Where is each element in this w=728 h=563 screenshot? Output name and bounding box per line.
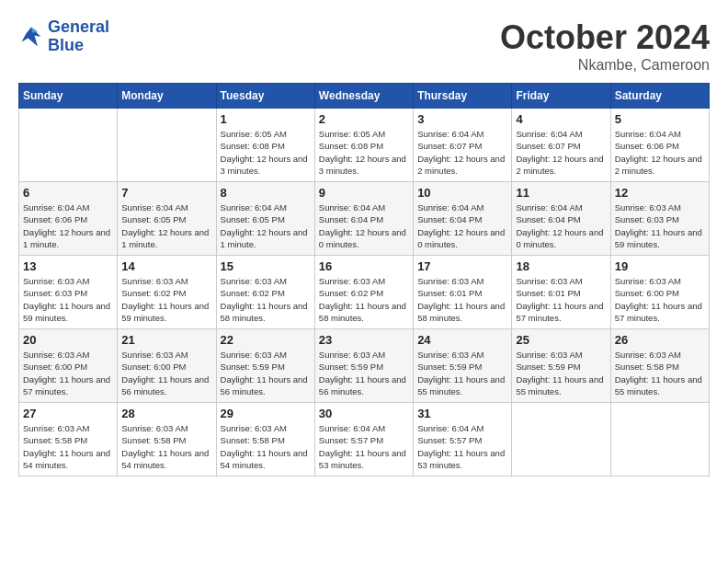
logo-text-line2: Blue	[48, 37, 109, 55]
calendar-cell: 14Sunrise: 6:03 AM Sunset: 6:02 PM Dayli…	[118, 256, 216, 329]
svg-marker-0	[22, 27, 41, 46]
logo-text-line1: General	[48, 18, 109, 37]
day-info: Sunrise: 6:03 AM Sunset: 6:01 PM Dayligh…	[516, 275, 606, 324]
weekday-header-wednesday: Wednesday	[314, 84, 413, 109]
day-number: 27	[23, 407, 113, 420]
day-number: 19	[615, 259, 705, 273]
location-title: Nkambe, Cameroon	[500, 57, 710, 74]
day-number: 2	[319, 112, 409, 126]
day-number: 14	[121, 259, 211, 273]
calendar-cell: 7Sunrise: 6:04 AM Sunset: 6:05 PM Daylig…	[118, 182, 216, 256]
day-info: Sunrise: 6:03 AM Sunset: 6:00 PM Dayligh…	[121, 349, 211, 397]
day-info: Sunrise: 6:04 AM Sunset: 5:57 PM Dayligh…	[417, 422, 507, 471]
day-number: 1	[221, 112, 311, 126]
day-number: 11	[516, 186, 606, 200]
day-number: 31	[417, 407, 507, 420]
calendar-table: SundayMondayTuesdayWednesdayThursdayFrid…	[18, 83, 710, 477]
calendar-cell	[118, 109, 216, 182]
day-number: 3	[417, 112, 507, 126]
logo: General Blue	[18, 18, 109, 55]
day-info: Sunrise: 6:03 AM Sunset: 5:58 PM Dayligh…	[23, 422, 113, 471]
calendar-cell: 22Sunrise: 6:03 AM Sunset: 5:59 PM Dayli…	[216, 329, 314, 403]
calendar-cell: 27Sunrise: 6:03 AM Sunset: 5:58 PM Dayli…	[19, 403, 118, 477]
calendar-cell: 5Sunrise: 6:04 AM Sunset: 6:06 PM Daylig…	[610, 109, 709, 182]
calendar-cell: 30Sunrise: 6:04 AM Sunset: 5:57 PM Dayli…	[314, 403, 413, 477]
month-title: October 2024	[500, 18, 710, 57]
title-block: October 2024 Nkambe, Cameroon	[500, 18, 710, 74]
day-number: 21	[121, 333, 211, 347]
day-info: Sunrise: 6:03 AM Sunset: 5:59 PM Dayligh…	[417, 349, 507, 397]
day-number: 16	[319, 259, 409, 273]
weekday-header-monday: Monday	[118, 84, 216, 109]
calendar-cell: 18Sunrise: 6:03 AM Sunset: 6:01 PM Dayli…	[512, 256, 610, 329]
day-number: 18	[516, 259, 606, 273]
calendar-cell: 21Sunrise: 6:03 AM Sunset: 6:00 PM Dayli…	[118, 329, 216, 403]
calendar-cell: 6Sunrise: 6:04 AM Sunset: 6:06 PM Daylig…	[19, 182, 118, 256]
day-info: Sunrise: 6:03 AM Sunset: 5:59 PM Dayligh…	[319, 349, 409, 397]
calendar-week-2: 6Sunrise: 6:04 AM Sunset: 6:06 PM Daylig…	[19, 182, 710, 256]
day-info: Sunrise: 6:05 AM Sunset: 6:08 PM Dayligh…	[221, 128, 311, 177]
day-info: Sunrise: 6:04 AM Sunset: 6:05 PM Dayligh…	[221, 201, 311, 250]
calendar-cell: 4Sunrise: 6:04 AM Sunset: 6:07 PM Daylig…	[512, 109, 610, 182]
day-info: Sunrise: 6:03 AM Sunset: 6:03 PM Dayligh…	[23, 275, 113, 324]
page-header: General Blue October 2024 Nkambe, Camero…	[18, 18, 710, 74]
day-info: Sunrise: 6:03 AM Sunset: 6:02 PM Dayligh…	[221, 275, 311, 324]
calendar-cell: 13Sunrise: 6:03 AM Sunset: 6:03 PM Dayli…	[19, 256, 118, 329]
day-number: 29	[221, 407, 311, 420]
day-number: 12	[615, 186, 705, 200]
day-number: 8	[221, 186, 311, 200]
calendar-cell: 29Sunrise: 6:03 AM Sunset: 5:58 PM Dayli…	[216, 403, 314, 477]
day-number: 22	[221, 333, 311, 347]
day-number: 4	[516, 112, 606, 126]
day-number: 23	[319, 333, 409, 347]
day-number: 24	[417, 333, 507, 347]
calendar-week-5: 27Sunrise: 6:03 AM Sunset: 5:58 PM Dayli…	[19, 403, 710, 477]
day-number: 15	[221, 259, 311, 273]
day-info: Sunrise: 6:05 AM Sunset: 6:08 PM Dayligh…	[319, 128, 409, 177]
weekday-header-sunday: Sunday	[19, 84, 118, 109]
calendar-cell: 28Sunrise: 6:03 AM Sunset: 5:58 PM Dayli…	[118, 403, 216, 477]
day-info: Sunrise: 6:04 AM Sunset: 6:04 PM Dayligh…	[319, 201, 409, 250]
calendar-cell: 25Sunrise: 6:03 AM Sunset: 5:59 PM Dayli…	[512, 329, 610, 403]
day-number: 25	[516, 333, 606, 347]
day-info: Sunrise: 6:04 AM Sunset: 6:05 PM Dayligh…	[121, 201, 211, 250]
calendar-cell: 1Sunrise: 6:05 AM Sunset: 6:08 PM Daylig…	[216, 109, 314, 182]
day-info: Sunrise: 6:04 AM Sunset: 5:57 PM Dayligh…	[319, 422, 409, 471]
day-info: Sunrise: 6:04 AM Sunset: 6:07 PM Dayligh…	[516, 128, 606, 177]
calendar-cell: 16Sunrise: 6:03 AM Sunset: 6:02 PM Dayli…	[314, 256, 413, 329]
weekday-header-tuesday: Tuesday	[216, 84, 314, 109]
day-info: Sunrise: 6:03 AM Sunset: 5:58 PM Dayligh…	[221, 422, 311, 471]
calendar-cell	[19, 109, 118, 182]
day-number: 7	[121, 186, 211, 200]
calendar-cell: 31Sunrise: 6:04 AM Sunset: 5:57 PM Dayli…	[414, 403, 512, 477]
calendar-cell: 11Sunrise: 6:04 AM Sunset: 6:04 PM Dayli…	[512, 182, 610, 256]
day-info: Sunrise: 6:04 AM Sunset: 6:06 PM Dayligh…	[615, 128, 705, 177]
day-number: 26	[615, 333, 705, 347]
calendar-week-3: 13Sunrise: 6:03 AM Sunset: 6:03 PM Dayli…	[19, 256, 710, 329]
day-info: Sunrise: 6:03 AM Sunset: 5:59 PM Dayligh…	[516, 349, 606, 397]
day-info: Sunrise: 6:03 AM Sunset: 6:00 PM Dayligh…	[23, 349, 113, 397]
calendar-cell: 10Sunrise: 6:04 AM Sunset: 6:04 PM Dayli…	[414, 182, 512, 256]
calendar-cell: 12Sunrise: 6:03 AM Sunset: 6:03 PM Dayli…	[610, 182, 709, 256]
day-info: Sunrise: 6:03 AM Sunset: 5:58 PM Dayligh…	[615, 349, 705, 397]
day-number: 9	[319, 186, 409, 200]
day-number: 30	[319, 407, 409, 420]
day-number: 20	[23, 333, 113, 347]
day-info: Sunrise: 6:04 AM Sunset: 6:04 PM Dayligh…	[516, 201, 606, 250]
calendar-cell: 2Sunrise: 6:05 AM Sunset: 6:08 PM Daylig…	[314, 109, 413, 182]
calendar-cell: 15Sunrise: 6:03 AM Sunset: 6:02 PM Dayli…	[216, 256, 314, 329]
calendar-body: 1Sunrise: 6:05 AM Sunset: 6:08 PM Daylig…	[19, 109, 710, 477]
calendar-cell: 23Sunrise: 6:03 AM Sunset: 5:59 PM Dayli…	[314, 329, 413, 403]
day-info: Sunrise: 6:03 AM Sunset: 6:00 PM Dayligh…	[615, 275, 705, 324]
day-number: 13	[23, 259, 113, 273]
logo-icon	[18, 24, 44, 50]
day-info: Sunrise: 6:03 AM Sunset: 6:01 PM Dayligh…	[417, 275, 507, 324]
calendar-cell: 24Sunrise: 6:03 AM Sunset: 5:59 PM Dayli…	[414, 329, 512, 403]
calendar-week-1: 1Sunrise: 6:05 AM Sunset: 6:08 PM Daylig…	[19, 109, 710, 182]
calendar-cell: 17Sunrise: 6:03 AM Sunset: 6:01 PM Dayli…	[414, 256, 512, 329]
calendar-header-row: SundayMondayTuesdayWednesdayThursdayFrid…	[19, 84, 710, 109]
weekday-header-thursday: Thursday	[414, 84, 512, 109]
calendar-cell: 8Sunrise: 6:04 AM Sunset: 6:05 PM Daylig…	[216, 182, 314, 256]
calendar-cell: 19Sunrise: 6:03 AM Sunset: 6:00 PM Dayli…	[610, 256, 709, 329]
day-number: 6	[23, 186, 113, 200]
